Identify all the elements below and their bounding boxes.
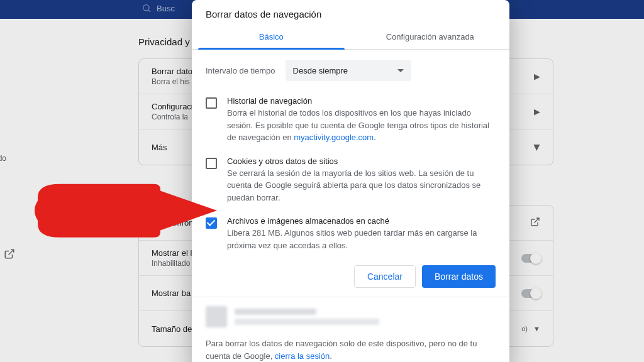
chevron-right-icon: ▶ xyxy=(534,72,540,81)
row-label: Abrir Chrom xyxy=(152,218,196,228)
check-desc: Se cerrará la sesión de la mayoría de lo… xyxy=(227,167,496,204)
external-link-icon xyxy=(530,217,540,229)
chevron-down-icon: o) ▼ xyxy=(521,325,540,332)
toggle-off[interactable] xyxy=(521,289,540,298)
tab-basic[interactable]: Básico xyxy=(192,26,351,49)
toggle-off[interactable] xyxy=(521,254,540,263)
chevron-down-icon xyxy=(397,69,404,72)
row-label: Tamaño de xyxy=(152,324,192,334)
row-label: Más xyxy=(152,143,167,152)
avatar xyxy=(206,306,227,327)
time-range-dropdown[interactable]: Desde siempre xyxy=(286,60,411,81)
tab-advanced[interactable]: Configuración avanzada xyxy=(351,26,510,49)
time-range-label: Intervalo de tiempo xyxy=(206,66,275,75)
checkbox-cache[interactable] xyxy=(206,217,217,229)
checkbox-cookies[interactable] xyxy=(206,158,217,169)
time-range-value: Desde siempre xyxy=(293,66,348,75)
check-desc: Libera 281 MB. Algunos sitios web pueden… xyxy=(227,227,496,251)
svg-line-3 xyxy=(535,218,539,222)
check-title: Historial de navegación xyxy=(227,96,496,106)
search-placeholder: Busc xyxy=(157,4,175,13)
svg-line-2 xyxy=(9,250,14,255)
row-label: Mostrar ba xyxy=(152,288,191,298)
myactivity-link[interactable]: myactivity.google.com xyxy=(294,133,374,142)
chevron-down-icon: ▶ xyxy=(533,144,542,150)
cancel-button[interactable]: Cancelar xyxy=(354,265,416,288)
check-title: Cookies y otros datos de sitios xyxy=(227,156,496,166)
clear-browsing-data-dialog: Borrar datos de navegación Básico Config… xyxy=(192,0,509,362)
settings-search[interactable]: Busc xyxy=(142,3,175,13)
dialog-tabs: Básico Configuración avanzada xyxy=(192,26,509,50)
clear-data-button[interactable]: Borrar datos xyxy=(422,265,496,288)
check-desc: Borra el historial de todos los disposit… xyxy=(227,107,496,144)
row-sub: Controla la xyxy=(152,112,193,121)
chevron-right-icon: ▶ xyxy=(534,107,540,116)
check-history-row: Historial de navegación Borra el histori… xyxy=(206,90,496,150)
dialog-title: Borrar datos de navegación xyxy=(192,0,509,26)
external-link-icon[interactable] xyxy=(0,244,25,265)
svg-point-0 xyxy=(143,5,149,11)
sign-out-link[interactable]: cierra la sesión xyxy=(275,351,330,361)
checkbox-history[interactable] xyxy=(206,97,217,109)
sidebar-truncated: ado xyxy=(0,154,25,163)
row-sub: Borra el his xyxy=(152,77,192,86)
search-icon xyxy=(142,3,152,13)
row-label: Configuraci xyxy=(152,102,193,111)
row-sub: Inhabilitado xyxy=(152,259,192,268)
check-title: Archivos e imágenes almacenados en caché xyxy=(227,216,496,226)
account-row xyxy=(192,297,509,327)
check-cache-row: Archivos e imágenes almacenados en caché… xyxy=(206,210,496,258)
svg-line-1 xyxy=(148,10,150,12)
dialog-footer-text: Para borrar los datos de navegación solo… xyxy=(192,327,509,362)
row-label: Mostrar el l xyxy=(152,248,192,258)
row-label: Borrar dato xyxy=(152,67,192,76)
check-cookies-row: Cookies y otros datos de sitios Se cerra… xyxy=(206,150,496,211)
account-blurred-text xyxy=(235,309,379,325)
